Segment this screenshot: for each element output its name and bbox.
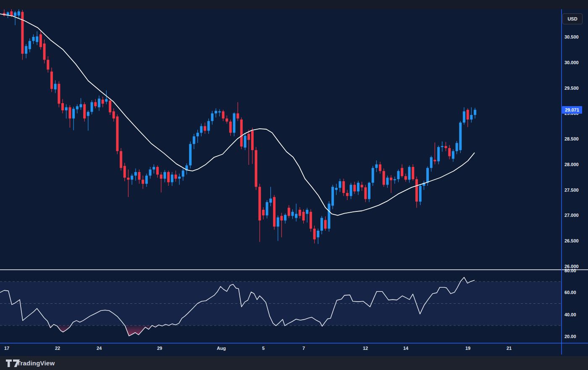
price-axis-label: 27.000	[564, 213, 579, 218]
price-axis-label: 30.000	[564, 60, 579, 65]
price-axis-label: 30.500	[564, 34, 579, 39]
rsi-axis-label: 80.00	[564, 268, 576, 273]
price-axis-label: 27.500	[564, 188, 579, 193]
price-axis-label: 28.500	[564, 136, 579, 141]
rsi-axis-label: 40.00	[564, 312, 576, 317]
time-axis-label: 7	[302, 346, 305, 351]
time-axis-label: 14	[403, 346, 408, 351]
rsi-axis-label: 20.00	[564, 334, 576, 339]
chart-canvas	[0, 0, 588, 370]
time-axis-label: 19	[465, 346, 470, 351]
time-axis-label: 21	[507, 346, 512, 351]
currency-badge: USD	[562, 13, 583, 24]
footer-bar: TradingView	[0, 356, 588, 370]
price-axis-label: 29.500	[564, 86, 579, 91]
time-axis-label: 29	[157, 346, 162, 351]
time-axis-label: 24	[97, 346, 102, 351]
price-axis-label: 28.000	[564, 162, 579, 167]
last-price-label: 29.071	[562, 106, 582, 114]
tradingview-published-chart: Orbex published on TradingView.com, Aug …	[0, 0, 588, 370]
time-axis-label: 12	[363, 346, 368, 351]
time-axis-label: 17	[4, 346, 9, 351]
time-axis-label: Aug	[217, 346, 226, 351]
header-background	[0, 0, 588, 9]
rsi-axis-label: 60.00	[564, 290, 576, 295]
time-axis-label: 22	[55, 346, 60, 351]
time-axis-label: 5	[262, 346, 265, 351]
price-axis-label: 26.500	[564, 238, 579, 243]
tradingview-wordmark[interactable]: TradingView	[17, 360, 55, 367]
